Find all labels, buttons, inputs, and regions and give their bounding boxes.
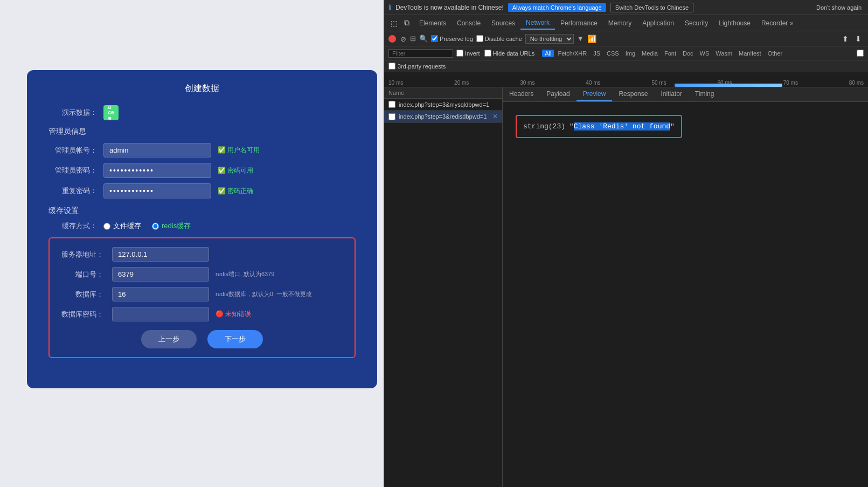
switch-devtools-button[interactable]: Switch DevTools to Chinese <box>610 3 693 12</box>
devtools-toolbar: ⬚ ⧉ Elements Console Sources Network Per… <box>384 15 868 31</box>
request-item-redis[interactable]: index.php?step=3&redisdbpwd=1 ✕ <box>384 111 502 123</box>
dont-show-button[interactable]: Don't show again <box>814 3 864 12</box>
detail-content: string(23) "Class 'Redis' not found" <box>503 102 868 487</box>
tab-console[interactable]: Console <box>452 17 486 29</box>
third-party-checkbox[interactable] <box>388 63 395 70</box>
web-area: 创建数据 演示数据： ace■ 管理员信息 管理员帐号： ✅ 用户名可用 管理员… <box>0 0 384 487</box>
type-fetch-xhr[interactable]: Fetch/XHR <box>555 50 589 57</box>
tab-application[interactable]: Application <box>637 17 679 29</box>
timeline-40ms: 40 ms <box>586 80 600 86</box>
disable-cache-label[interactable]: Disable cache <box>476 35 522 42</box>
cache-file-radio[interactable] <box>103 223 110 230</box>
invert-checkbox[interactable] <box>456 50 463 57</box>
detail-panel: Headers Payload Preview Response Initiat… <box>503 87 868 487</box>
detail-tab-timing[interactable]: Timing <box>689 87 721 101</box>
download-icon[interactable]: ⬇ <box>853 33 864 44</box>
tab-network[interactable]: Network <box>520 17 555 30</box>
setup-card: 创建数据 演示数据： ace■ 管理员信息 管理员帐号： ✅ 用户名可用 管理员… <box>27 70 377 388</box>
request-list: Name index.php?step=3&mysqldbpwd=1 index… <box>384 87 503 487</box>
tab-sources[interactable]: Sources <box>486 17 520 29</box>
inspect-icon[interactable]: ⬚ <box>388 18 400 29</box>
tab-security[interactable]: Security <box>679 17 713 29</box>
server-input[interactable] <box>112 247 209 262</box>
hide-data-urls-label[interactable]: Hide data URLs <box>484 50 535 57</box>
request-redis-checkbox[interactable] <box>388 113 395 120</box>
dbpwd-error: 未知错误 <box>216 310 251 319</box>
server-row: 服务器地址： <box>60 247 344 262</box>
hide-data-urls-checkbox[interactable] <box>484 50 491 57</box>
upload-icon[interactable]: ⬆ <box>840 33 851 44</box>
invert-label[interactable]: Invert <box>456 50 480 57</box>
toolbar-icons: ⬚ ⧉ <box>388 17 412 29</box>
tab-lighthouse[interactable]: Lighthouse <box>713 17 756 29</box>
devtools-tabs: Elements Console Sources Network Perform… <box>414 17 798 30</box>
timeline-20ms: 20 ms <box>454 80 469 86</box>
filter-input[interactable] <box>388 49 453 58</box>
cache-redis-radio[interactable] <box>152 223 159 230</box>
type-wasm[interactable]: Wasm <box>713 50 735 57</box>
request-mysql-checkbox[interactable] <box>388 101 395 108</box>
type-font[interactable]: Font <box>662 50 679 57</box>
throttle-select[interactable]: No throttling <box>525 34 574 44</box>
db-input[interactable] <box>112 287 209 301</box>
type-doc[interactable]: Doc <box>680 50 696 57</box>
preserve-log-checkbox[interactable] <box>431 35 438 42</box>
timeline-50ms: 50 ms <box>651 80 666 86</box>
devtools-main: Name index.php?step=3&mysqldbpwd=1 index… <box>384 87 868 487</box>
notification-text: DevTools is now available in Chinese! <box>395 4 504 11</box>
type-css[interactable]: CSS <box>604 50 622 57</box>
clear-button[interactable]: ⊘ <box>399 35 407 43</box>
cache-file-option[interactable]: 文件缓存 <box>103 221 141 231</box>
type-manifest[interactable]: Manifest <box>736 50 764 57</box>
port-input[interactable] <box>112 267 209 282</box>
detail-tab-initiator[interactable]: Initiator <box>654 87 688 101</box>
third-party-row: 3rd-party requests <box>384 60 868 72</box>
request-redis-close-icon[interactable]: ✕ <box>492 113 498 120</box>
preview-highlighted: Class 'Redis' not found <box>574 122 670 131</box>
device-icon[interactable]: ⧉ <box>402 17 412 29</box>
port-row: 端口号： redis端口, 默认为6379 <box>60 267 344 282</box>
button-row: 上一步 下一步 <box>60 330 344 348</box>
next-button[interactable]: 下一步 <box>207 330 263 348</box>
preview-box: string(23) "Class 'Redis' not found" <box>516 115 682 138</box>
admin-password-input[interactable] <box>103 163 211 178</box>
filter-button[interactable]: ⊟ <box>410 35 416 43</box>
type-all[interactable]: All <box>542 50 554 57</box>
cache-radio-group: 文件缓存 redis缓存 <box>103 221 191 231</box>
request-item-mysql[interactable]: index.php?step=3&mysqldbpwd=1 <box>384 99 502 111</box>
tab-recorder[interactable]: Recorder » <box>756 17 798 29</box>
admin-account-input[interactable] <box>103 143 211 157</box>
demo-icon: ace■ <box>103 105 119 120</box>
disable-cache-checkbox[interactable] <box>476 35 483 42</box>
preserve-log-label[interactable]: Preserve log <box>431 35 473 42</box>
preview-text: string(23) "Class 'Redis' not found" <box>523 122 675 131</box>
always-match-button[interactable]: Always match Chrome's language <box>508 3 606 12</box>
demo-section: 演示数据： ace■ <box>48 105 356 120</box>
wifi-icon: 📶 <box>587 35 596 43</box>
inline-third-party-checkbox[interactable] <box>857 50 864 57</box>
admin-password-label: 管理员密码： <box>48 166 97 175</box>
type-media[interactable]: Media <box>639 50 661 57</box>
admin-section-title: 管理员信息 <box>48 127 356 136</box>
dbpwd-input[interactable] <box>112 307 209 321</box>
detail-tab-headers[interactable]: Headers <box>503 87 540 101</box>
tab-memory[interactable]: Memory <box>603 17 637 29</box>
type-img[interactable]: Img <box>623 50 638 57</box>
detail-tab-preview[interactable]: Preview <box>577 87 613 101</box>
detail-tab-payload[interactable]: Payload <box>540 87 576 101</box>
type-js[interactable]: JS <box>591 50 603 57</box>
third-party-cb-inline[interactable] <box>857 50 864 57</box>
search-button[interactable]: 🔍 <box>419 35 428 43</box>
tab-performance[interactable]: Performance <box>555 17 603 29</box>
repeat-password-input[interactable] <box>103 183 211 198</box>
type-other[interactable]: Other <box>765 50 786 57</box>
record-button[interactable] <box>388 35 396 43</box>
detail-tab-response[interactable]: Response <box>612 87 654 101</box>
tab-elements[interactable]: Elements <box>414 17 452 29</box>
timeline-indicator <box>675 84 782 87</box>
prev-button[interactable]: 上一步 <box>141 330 197 348</box>
cache-redis-option[interactable]: redis缓存 <box>152 221 191 231</box>
cache-section-title: 缓存设置 <box>48 206 356 216</box>
repeat-password-row: 重复密码： ✅ 密码正确 <box>48 183 356 198</box>
type-ws[interactable]: WS <box>697 50 712 57</box>
